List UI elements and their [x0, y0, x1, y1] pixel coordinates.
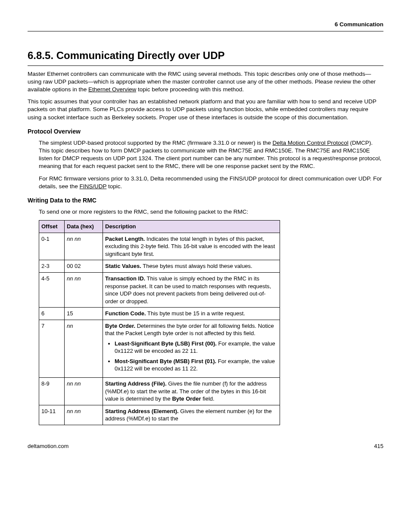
cell-description: Function Code. This byte must be 15 in a… — [103, 308, 280, 320]
section-title: 6.8.5. Communicating Directly over UDP — [28, 49, 383, 65]
intro-paragraph-2: This topic assumes that your controller … — [28, 98, 383, 121]
cell-offset: 2-3 — [39, 260, 65, 273]
cell-description: Static Values. These bytes must always h… — [103, 260, 280, 273]
writing-data-heading: Writing Data to the RMC — [28, 196, 383, 205]
intro-p1-text-b: topic before proceeding with this method… — [136, 86, 244, 93]
cell-data: nn — [65, 320, 103, 377]
protocol-paragraph-1: The simplest UDP-based protocol supporte… — [39, 139, 383, 171]
cell-offset: 7 — [39, 320, 65, 377]
list-item: Least-Significant Byte (LSB) First (00).… — [115, 340, 277, 355]
cell-description: Packet Length. Indicates the total lengt… — [103, 233, 280, 260]
field-name: Byte Order. — [105, 323, 135, 329]
dmcp-link[interactable]: Delta Motion Control Protocol — [272, 140, 348, 146]
cell-description: Byte Order. Determines the byte order fo… — [103, 320, 280, 377]
cell-offset: 8-9 — [39, 377, 65, 405]
ethernet-overview-link[interactable]: Ethernet Overview — [88, 86, 136, 93]
cell-data: 15 — [65, 308, 103, 320]
cell-description: Starting Address (Element). Gives the el… — [103, 405, 280, 425]
table-row: 2-300 02Static Values. These bytes must … — [39, 260, 280, 273]
cell-data: nn nn — [65, 377, 103, 405]
fins-udp-link[interactable]: FINS/UDP — [80, 183, 107, 190]
table-row: 8-9nn nnStarting Address (File). Gives t… — [39, 377, 280, 405]
option-label: Least-Significant Byte (LSB) First (00). — [115, 340, 217, 347]
inline-bold: Byte Order — [172, 395, 201, 402]
cell-offset: 6 — [39, 308, 65, 320]
field-name: Starting Address (Element). — [105, 408, 179, 414]
protocol-p1-text-a: The simplest UDP-based protocol supporte… — [39, 140, 272, 146]
table-row: 4-5nn nnTransaction ID. This value is si… — [39, 272, 280, 307]
table-row: 615Function Code. This byte must be 15 i… — [39, 308, 280, 320]
field-name: Function Code. — [105, 310, 146, 317]
cell-offset: 0-1 — [39, 233, 65, 260]
cell-offset: 4-5 — [39, 272, 65, 307]
cell-description: Transaction ID. This value is simply ech… — [103, 272, 280, 307]
table-row: 10-11nn nnStarting Address (Element). Gi… — [39, 405, 280, 425]
col-header-data: Data (hex) — [65, 221, 103, 233]
footer-site: deltamotion.com — [28, 442, 68, 450]
table-row: 0-1nn nnPacket Length. Indicates the tot… — [39, 233, 280, 260]
writing-intro: To send one or more registers to the RMC… — [39, 208, 383, 216]
cell-data: 00 02 — [65, 260, 103, 273]
col-header-description: Description — [103, 221, 280, 233]
col-header-offset: Offset — [39, 221, 65, 233]
footer-page-number: 415 — [374, 442, 383, 450]
field-name: Starting Address (File). — [105, 380, 167, 387]
byte-order-options: Least-Significant Byte (LSB) First (00).… — [105, 340, 277, 373]
cell-description: Starting Address (File). Gives the file … — [103, 377, 280, 405]
field-name: Packet Length. — [105, 236, 145, 242]
cell-data: nn nn — [65, 272, 103, 307]
option-label: Most-Significant Byte (MSB) First (01). — [115, 358, 216, 364]
page-header-chapter: 6 Communication — [28, 21, 383, 31]
table-header-row: Offset Data (hex) Description — [39, 221, 280, 233]
field-name: Static Values. — [105, 263, 141, 269]
list-item: Most-Significant Byte (MSB) First (01). … — [115, 358, 277, 373]
protocol-paragraph-2: For RMC firmware versions prior to 3.31.… — [39, 175, 383, 190]
cell-data: nn nn — [65, 405, 103, 425]
protocol-overview-heading: Protocol Overview — [28, 128, 383, 136]
field-name: Transaction ID. — [105, 275, 145, 282]
table-row: 7nnByte Order. Determines the byte order… — [39, 320, 280, 377]
cell-data: nn nn — [65, 233, 103, 260]
page-footer: deltamotion.com 415 — [28, 442, 383, 450]
cell-offset: 10-11 — [39, 405, 65, 425]
protocol-p2-text-b: topic. — [106, 183, 122, 190]
intro-paragraph-1: Master Ethernet controllers can communic… — [28, 70, 383, 94]
packet-table: Offset Data (hex) Description 0-1nn nnPa… — [39, 220, 280, 425]
